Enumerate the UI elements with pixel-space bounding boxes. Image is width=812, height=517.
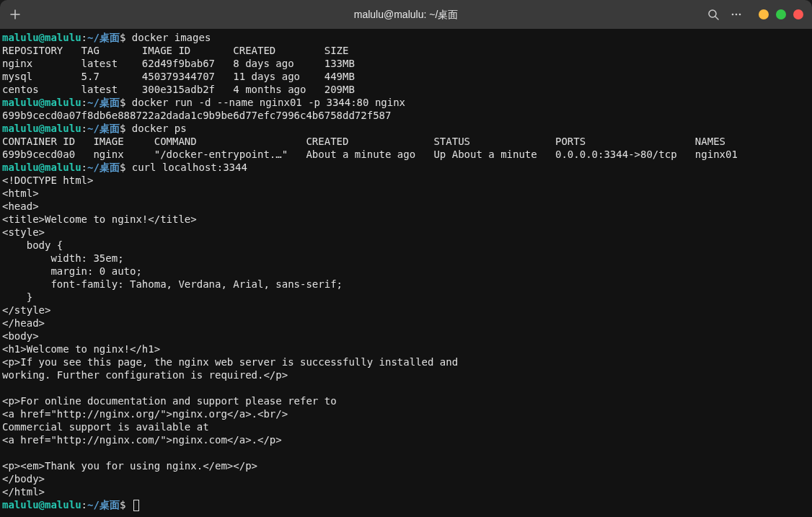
terminal-output[interactable]: malulu@malulu:~/桌面$ docker images REPOSI… [0,29,812,517]
prompt-path: ~/桌面 [87,97,120,108]
output-line: } [2,291,32,303]
maximize-button[interactable] [776,9,786,19]
menu-icon[interactable] [730,8,743,21]
command-text: docker ps [125,123,186,134]
output-line: CONTAINER ID IMAGE COMMAND CREATED STATU… [2,136,725,147]
prompt-path: ~/桌面 [87,123,120,134]
output-line: <body> [2,330,39,342]
command-text: docker images [125,32,211,43]
prompt-colon: : [81,97,87,108]
output-line: body { [2,239,63,251]
output-line: width: 35em; [2,252,124,264]
output-line: margin: 0 auto; [2,265,142,277]
titlebar-left [9,8,22,21]
prompt-colon: : [81,123,87,134]
output-line: 699b9cecd0a0 nginx "/docker-entrypoint.…… [2,149,738,160]
output-line: </style> [2,304,50,316]
prompt-user: malulu@malulu [2,162,81,173]
prompt-user: malulu@malulu [2,97,81,108]
output-line: <head> [2,200,39,212]
output-line: <h1>Welcome to nginx!</h1> [2,343,160,355]
svg-point-3 [739,14,741,16]
output-line: <p><em>Thank you for using nginx.</em></… [2,460,257,472]
output-line: <style> [2,226,45,238]
prompt-path: ~/桌面 [87,162,120,173]
output-line: nginx latest 62d49f9bab67 8 days ago 133… [2,58,355,69]
output-line: </body> [2,473,45,485]
new-tab-button[interactable] [9,8,22,21]
output-line: centos latest 300e315adb2f 4 months ago … [2,84,355,95]
svg-point-2 [736,14,738,16]
prompt-user: malulu@malulu [2,123,81,134]
command-text: curl localhost:3344 [125,162,247,173]
output-line: <title>Welcome to nginx!</title> [2,213,197,225]
output-line: </head> [2,317,45,329]
window-title: malulu@malulu: ~/桌面 [354,8,459,21]
prompt-path: ~/桌面 [87,32,120,43]
output-line: <!DOCTYPE html> [2,174,93,186]
prompt-user: malulu@malulu [2,499,81,511]
command-text: docker run -d --name nginx01 -p 3344:80 … [125,97,405,108]
output-line: <p>For online documentation and support … [2,395,337,407]
cursor [133,500,139,511]
output-line: REPOSITORY TAG IMAGE ID CREATED SIZE [2,45,348,56]
output-line: mysql 5.7 450379344707 11 days ago 449MB [2,71,355,82]
titlebar: malulu@malulu: ~/桌面 [0,0,812,29]
svg-point-1 [732,14,734,16]
output-line: </html> [2,486,45,498]
output-line: Commercial support is available at [2,421,209,433]
minimize-button[interactable] [759,9,769,19]
titlebar-right [707,8,803,21]
window-controls [759,9,803,19]
output-line: <html> [2,187,39,199]
prompt-colon: : [81,32,87,43]
output-line: working. Further configuration is requir… [2,369,288,381]
prompt-colon: : [81,499,87,511]
close-button[interactable] [793,9,803,19]
prompt-colon: : [81,162,87,173]
prompt-user: malulu@malulu [2,32,81,43]
output-line: <p>If you see this page, the nginx web s… [2,356,458,368]
output-line: font-family: Tahoma, Verdana, Arial, san… [2,278,343,290]
prompt-dollar: $ [120,499,125,511]
output-line: 699b9cecd0a07f8db6e888722a2dada1c9b9be6d… [2,110,391,121]
prompt-path: ~/桌面 [87,499,120,511]
output-line: <a href="http://nginx.com/">nginx.com</a… [2,434,282,446]
output-line: <a href="http://nginx.org/">nginx.org</a… [2,408,288,420]
search-icon[interactable] [707,8,720,21]
